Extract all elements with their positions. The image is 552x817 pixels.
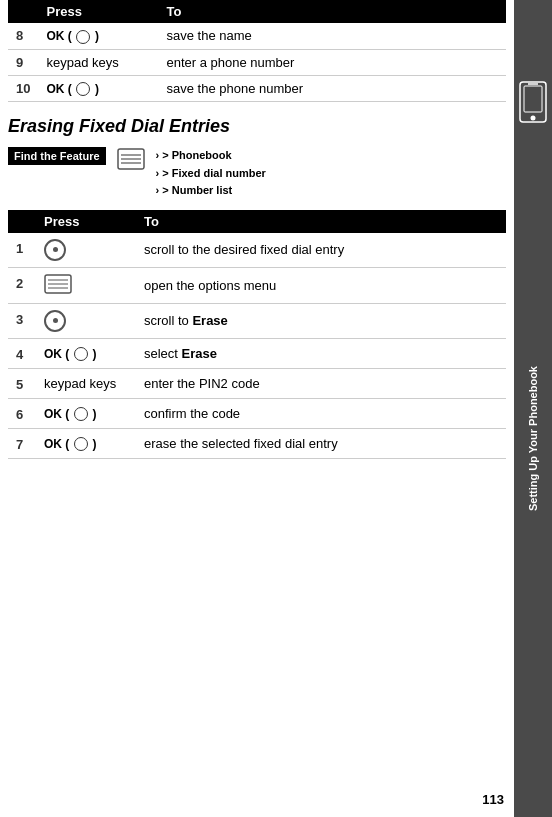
row-num: 3 [8, 303, 36, 338]
to-cell: enter a phone number [158, 49, 506, 75]
ok-label: OK ( [46, 29, 71, 43]
main-table-header-num [8, 210, 36, 233]
svg-point-2 [531, 116, 536, 121]
row-num: 6 [8, 398, 36, 428]
top-table-header-num [8, 0, 38, 23]
table-row: 3 scroll to Erase [8, 303, 506, 338]
press-cell: OK ( ) [36, 338, 136, 368]
section-heading: Erasing Fixed Dial Entries [8, 116, 506, 137]
side-tab-text: Setting Up Your Phonebook [526, 366, 540, 511]
menu-path-2: ›> Fixed dial number [156, 165, 266, 183]
main-table: Press To 1 scroll to the desired fixed d… [8, 210, 506, 459]
to-cell: confirm the code [136, 398, 506, 428]
press-cell [36, 233, 136, 268]
erase-label: Erase [182, 346, 217, 361]
row-num: 7 [8, 428, 36, 458]
press-cell: OK ( ) [36, 428, 136, 458]
row-num: 10 [8, 75, 38, 102]
page-container: Setting Up Your Phonebook Press To 8 OK … [0, 0, 552, 817]
press-cell [36, 267, 136, 303]
ok-circle [76, 82, 90, 96]
press-cell: keypad keys [38, 49, 158, 75]
table-row: 4 OK ( ) select Erase [8, 338, 506, 368]
row-num: 9 [8, 49, 38, 75]
top-table-header-to: To [158, 0, 506, 23]
find-feature-box: Find the Feature ›> Phonebook ›> Fixed d… [8, 147, 506, 200]
scroll-icon [44, 239, 66, 261]
menu-icon-box [116, 147, 146, 171]
to-cell: erase the selected fixed dial entry [136, 428, 506, 458]
press-cell: OK ( ) [38, 23, 158, 49]
row-num: 1 [8, 233, 36, 268]
table-row: 10 OK ( ) save the phone number [8, 75, 506, 102]
press-cell: OK ( ) [36, 398, 136, 428]
page-number: 113 [482, 792, 504, 807]
table-row: 1 scroll to the desired fixed dial entry [8, 233, 506, 268]
ok-paren: ) [93, 347, 97, 361]
ok-label: OK ( [44, 407, 69, 421]
ok-label: OK ( [44, 437, 69, 451]
ok-circle [74, 437, 88, 451]
ok-paren: ) [93, 437, 97, 451]
row-num: 4 [8, 338, 36, 368]
menu-path-1: ›> Phonebook [156, 147, 266, 165]
scroll-icon [44, 310, 66, 332]
to-cell: save the phone number [158, 75, 506, 102]
table-row: 8 OK ( ) save the name [8, 23, 506, 49]
to-cell: select Erase [136, 338, 506, 368]
table-row: 2 open the options menu [8, 267, 506, 303]
options-icon [44, 274, 72, 294]
row-num: 5 [8, 368, 36, 398]
main-content: Press To 8 OK ( ) save the name 9 [0, 0, 514, 459]
to-cell: open the options menu [136, 267, 506, 303]
find-feature-label: Find the Feature [8, 147, 106, 165]
to-cell: scroll to the desired fixed dial entry [136, 233, 506, 268]
menu-path-3: ›> Number list [156, 182, 266, 200]
ok-circle [76, 30, 90, 44]
top-table: Press To 8 OK ( ) save the name 9 [8, 0, 506, 102]
ok-paren: ) [95, 29, 99, 43]
row-num: 8 [8, 23, 38, 49]
press-cell: keypad keys [36, 368, 136, 398]
top-table-header-press: Press [38, 0, 158, 23]
feature-path: ›> Phonebook ›> Fixed dial number ›> Num… [156, 147, 266, 200]
table-row: 7 OK ( ) erase the selected fixed dial e… [8, 428, 506, 458]
ok-paren: ) [93, 407, 97, 421]
side-tab: Setting Up Your Phonebook [514, 0, 552, 817]
to-cell: enter the PIN2 code [136, 368, 506, 398]
to-cell: save the name [158, 23, 506, 49]
table-row: 9 keypad keys enter a phone number [8, 49, 506, 75]
ok-label: OK ( [46, 82, 71, 96]
svg-rect-1 [524, 86, 542, 112]
table-row: 6 OK ( ) confirm the code [8, 398, 506, 428]
menu-icon [117, 148, 145, 170]
press-cell: OK ( ) [38, 75, 158, 102]
ok-circle [74, 347, 88, 361]
ok-paren: ) [95, 82, 99, 96]
table-row: 5 keypad keys enter the PIN2 code [8, 368, 506, 398]
to-cell: scroll to Erase [136, 303, 506, 338]
erase-label: Erase [192, 313, 227, 328]
ok-label: OK ( [44, 347, 69, 361]
phone-icon [516, 80, 550, 130]
row-num: 2 [8, 267, 36, 303]
press-cell [36, 303, 136, 338]
main-table-header-to: To [136, 210, 506, 233]
ok-circle [74, 407, 88, 421]
main-table-header-press: Press [36, 210, 136, 233]
